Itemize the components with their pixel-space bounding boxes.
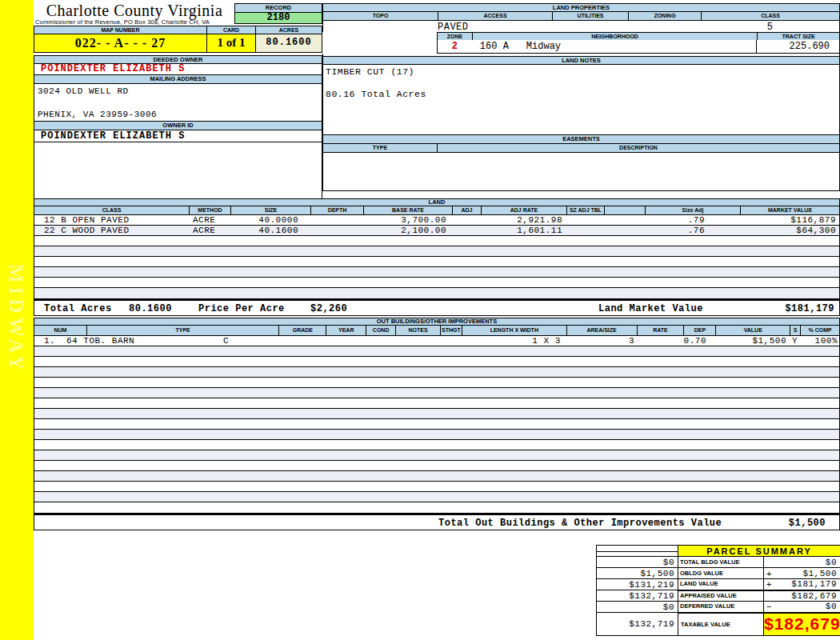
summary-right-value: −$0 xyxy=(764,602,840,613)
land-properties-label: LAND PROPERTIES xyxy=(322,3,840,12)
card-value: 1 of 1 xyxy=(207,34,256,53)
summary-label: OBLDG VALUE xyxy=(678,568,764,579)
summary-row: $0 TOTAL BLDG VALUE $0 xyxy=(597,557,840,568)
ob-col-grade: GRADE xyxy=(278,326,326,335)
summary-amount: $1,500 xyxy=(802,569,840,578)
zone-value: 2 xyxy=(438,40,472,53)
land-size: 40.0000 xyxy=(218,215,298,226)
summary-left-value: $1,500 xyxy=(597,568,678,579)
land-totals-bar: Total Acres 80.1600 Price Per Acre $2,26… xyxy=(34,299,840,316)
acres-value: 80.1600 xyxy=(256,34,322,53)
land-market-value: $116,879 xyxy=(746,215,836,226)
land-properties-values: PAVED 5 xyxy=(322,21,840,32)
ob-num: 1. xyxy=(44,336,55,346)
empty-row xyxy=(34,388,839,398)
topo-label: TOPO xyxy=(323,12,438,20)
mailing-address-label: MAILING ADDRESS xyxy=(34,75,322,84)
neighborhood-code: 160 A xyxy=(480,40,509,53)
ob-length-width: 1 X 3 xyxy=(514,336,578,346)
out-buildings-headers: NUM TYPE GRADE YEAR COND NOTES STHGT LEN… xyxy=(34,326,840,336)
ob-col-rate: RATE xyxy=(637,326,684,335)
land-col-size: SIZE xyxy=(230,206,310,214)
out-buildings-label: OUT BUILDINGS/OTHER IMPROVEMENTS xyxy=(34,318,840,326)
tract-size-value: 225.690 xyxy=(756,40,839,53)
tract-size-label: TRACT SIZE xyxy=(757,32,840,40)
ob-col-pct-comp: % COMP xyxy=(800,326,839,335)
price-per-acre-label: Price Per Acre xyxy=(198,303,285,314)
owner-panel-empty-area xyxy=(34,142,322,202)
owner-id-label: OWNER ID xyxy=(34,122,322,130)
ob-col-dep: DEP xyxy=(683,326,715,335)
summary-label: TOTAL BLDG VALUE xyxy=(678,557,764,568)
land-base-rate: 2,100.00 xyxy=(366,226,446,236)
land-class: 22 C WOOD PAVED xyxy=(44,226,130,236)
owner-id-value: POINDEXTER ELIZABETH S xyxy=(34,130,322,142)
summary-row: $0 DEFERRED VALUE −$0 xyxy=(597,602,840,613)
neighborhood-watermark: MIDWAY xyxy=(5,264,27,374)
summary-amount: $182,679 xyxy=(791,591,840,601)
summary-right-value: $182,679 xyxy=(764,590,840,602)
land-col-class: CLASS xyxy=(34,206,189,214)
parcel-summary-title: PARCEL SUMMARY xyxy=(678,546,840,557)
summary-row: $131,219 LAND VALUE +$181,179 xyxy=(597,579,840,590)
land-size: 40.1600 xyxy=(218,226,298,236)
summary-left-value: $132,719 xyxy=(597,590,678,602)
land-note-line2: 80.16 Total Acres xyxy=(326,89,839,99)
summary-right-value: +$181,179 xyxy=(764,579,840,590)
deeded-owner-value: POINDEXTER ELIZABETH S xyxy=(34,64,322,75)
title-block: Charlotte County Virginia Commissioner o… xyxy=(34,3,322,26)
ob-s-flag: Y xyxy=(792,336,798,346)
empty-row xyxy=(34,267,839,278)
out-buildings-body: 1. 64 TOB. BARN C 1 X 3 3 0.70 $1,500 Y … xyxy=(34,336,840,514)
land-notes-box: TIMBER CUT (17) 80.16 Total Acres xyxy=(322,65,840,135)
summary-label: LAND VALUE xyxy=(678,579,764,590)
summary-row: $1,500 OBLDG VALUE +$1,500 xyxy=(597,568,840,579)
empty-row xyxy=(34,471,839,482)
empty-row xyxy=(34,450,839,461)
total-acres-label: Total Acres xyxy=(44,303,112,314)
map-number-label: MAP NUMBER xyxy=(34,26,207,34)
land-col-adj: ADJ xyxy=(452,206,481,214)
ob-col-year: YEAR xyxy=(326,326,366,335)
land-col-market-value: MARKET VALUE xyxy=(740,206,839,214)
ob-pct-comp: 100% xyxy=(801,336,838,346)
ob-col-notes: NOTES xyxy=(395,326,440,335)
total-acres-value: 80.1600 xyxy=(129,303,172,314)
summary-left-value: $0 xyxy=(597,602,678,613)
ob-col-cond: COND xyxy=(366,326,395,335)
neighborhood-name: Midway xyxy=(526,40,561,53)
summary-amount: $0 xyxy=(826,602,840,611)
land-col-blank xyxy=(604,206,645,214)
ob-col-length-width: LENGTH X WIDTH xyxy=(462,326,566,335)
land-size-adj: .76 xyxy=(638,226,705,236)
acres-label: ACRES xyxy=(256,26,322,34)
record-value: 2180 xyxy=(234,13,322,24)
summary-left-value: $0 xyxy=(597,557,678,568)
zone-value-row: 2 160 A Midway 225.690 xyxy=(437,40,840,54)
summary-amount: $181,179 xyxy=(791,579,840,589)
ob-total-value: $1,500 xyxy=(738,518,826,529)
land-class: 12 B OPEN PAVED xyxy=(44,215,130,226)
class-value: 5 xyxy=(701,22,839,33)
commissioner-line: Commissioner of the Revenue, PO Box 308,… xyxy=(35,18,210,26)
easement-description-label: DESCRIPTION xyxy=(437,144,839,152)
summary-row: $132,719 APPRAISED VALUE $182,679 xyxy=(597,590,840,602)
record-box: RECORD 2180 xyxy=(234,3,322,24)
summary-operator: + xyxy=(764,579,771,589)
empty-row xyxy=(34,246,839,257)
access-label: ACCESS xyxy=(438,12,552,20)
access-value: PAVED xyxy=(438,22,469,33)
empty-row xyxy=(34,346,839,357)
card-label: CARD xyxy=(207,26,256,34)
taxable-value: $182,679 xyxy=(764,613,840,636)
land-method: ACRE xyxy=(193,215,215,226)
class-label: CLASS xyxy=(701,12,839,20)
ob-col-type: TYPE xyxy=(86,326,279,335)
zone-label: ZONE xyxy=(438,32,472,40)
ob-col-s: S xyxy=(790,326,800,335)
easements-label: EASEMENTS xyxy=(322,135,840,144)
ob-total-label: Total Out Buildings & Other Improvements… xyxy=(438,518,722,529)
easements-headers: TYPE DESCRIPTION xyxy=(322,144,840,153)
land-col-sz-adj-tbl: SZ ADJ TBL xyxy=(566,206,604,214)
land-method: ACRE xyxy=(193,226,215,236)
